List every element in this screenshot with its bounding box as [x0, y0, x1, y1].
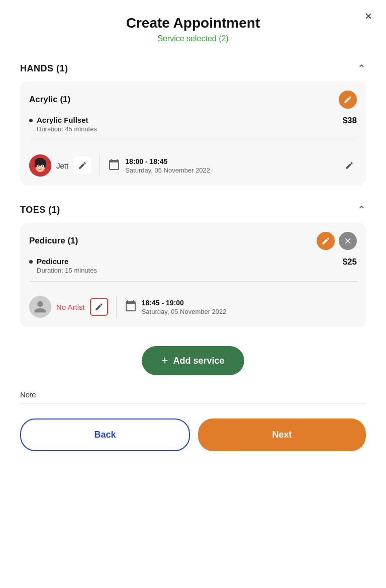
service-item-pedicure: Pedicure Duration: 15 minutes $25 [29, 257, 357, 282]
section-title-toes: TOES (1) [20, 205, 60, 215]
modal-title: Create Appointment [20, 15, 366, 31]
artist-time-divider [100, 154, 100, 177]
modal-container: × Create Appointment Service selected (2… [0, 0, 386, 588]
chevron-up-icon-toes: ⌃ [357, 204, 366, 216]
calendar-icon-pedicure [125, 300, 137, 314]
pencil-time-icon [345, 161, 354, 170]
service-item-acrylic-fullset: Acrylic Fullset Duration: 45 minutes $38 [29, 116, 357, 140]
svg-rect-4 [35, 162, 37, 167]
section-hands: HANDS (1) ⌃ Acrylic (1) [20, 53, 366, 186]
card-pedicure-header: Pedicure (1) [29, 232, 357, 250]
artist-row-pedicure: No Artist 18:45 - 19:00 Satu [29, 289, 357, 327]
artist-name-no-artist: No Artist [56, 303, 85, 311]
time-range-pedicure: 18:45 - 19:00 [142, 299, 357, 307]
card-pedicure-icons [317, 232, 357, 250]
card-pedicure-title: Pedicure (1) [29, 236, 78, 246]
time-section-pedicure: 18:45 - 19:00 Saturday, 05 November 2022 [125, 299, 357, 315]
add-service-button[interactable]: + Add service [142, 346, 245, 375]
plus-icon: + [162, 354, 168, 367]
add-service-container: + Add service [20, 336, 366, 390]
card-acrylic-title: Acrylic (1) [29, 95, 70, 105]
service-name-pedicure: Pedicure [37, 257, 97, 266]
calendar-icon-acrylic [108, 158, 120, 173]
footer-buttons: Back Next [20, 418, 366, 451]
note-section: Note [20, 390, 366, 403]
calendar-svg [108, 158, 120, 171]
section-header-toes[interactable]: TOES (1) ⌃ [20, 195, 366, 223]
artist-avatar-jett [29, 154, 51, 177]
svg-point-8 [38, 165, 39, 167]
time-info-acrylic: 18:00 - 18:45 Saturday, 05 November 2022 [125, 157, 337, 174]
time-section-acrylic: 18:00 - 18:45 Saturday, 05 November 2022 [108, 157, 357, 174]
chevron-up-icon-hands: ⌃ [357, 62, 366, 74]
card-acrylic-icons [339, 91, 357, 109]
pencil-icon [343, 95, 352, 104]
svg-point-9 [42, 165, 43, 167]
jett-avatar-svg [29, 154, 51, 177]
close-button[interactable]: × [365, 10, 372, 22]
time-info-pedicure: 18:45 - 19:00 Saturday, 05 November 2022 [142, 299, 357, 315]
card-acrylic-header: Acrylic (1) [29, 91, 357, 109]
service-duration-pedicure: Duration: 15 minutes [37, 267, 97, 274]
section-header-hands[interactable]: HANDS (1) ⌃ [20, 53, 366, 81]
service-name-acrylic: Acrylic Fullset [37, 116, 97, 124]
service-price-pedicure: $25 [343, 257, 357, 267]
calendar-pedicure-svg [125, 300, 137, 312]
service-duration-acrylic: Duration: 45 minutes [37, 125, 97, 133]
edit-artist-jett-button[interactable] [73, 156, 91, 175]
card-pedicure: Pedicure (1) [20, 223, 366, 327]
edit-acrylic-button[interactable] [339, 91, 357, 109]
add-service-label: Add service [173, 356, 224, 366]
card-acrylic: Acrylic (1) Acrylic Fullset Duration: 45… [20, 81, 366, 186]
time-date-acrylic: Saturday, 05 November 2022 [125, 166, 337, 174]
artist-row-acrylic: Jett 18:00 - 18:45 Saturday, [29, 147, 357, 186]
edit-artist-pedicure-button[interactable] [90, 298, 108, 316]
artist-avatar-placeholder [29, 296, 51, 318]
pencil-artist-pedicure-icon [94, 302, 104, 311]
bullet-dot-pedicure [29, 260, 33, 264]
bullet-dot [29, 119, 33, 122]
svg-rect-5 [44, 162, 46, 167]
service-selected-badge: Service selected (2) [20, 34, 366, 43]
back-button[interactable]: Back [20, 418, 190, 451]
note-divider [20, 403, 366, 403]
pencil-pedicure-icon [321, 236, 330, 245]
pencil-artist-icon [78, 161, 87, 170]
artist-name-jett: Jett [56, 161, 68, 170]
close-pedicure-icon [343, 236, 352, 245]
edit-pedicure-button[interactable] [317, 232, 335, 250]
section-toes: TOES (1) ⌃ Pedicure (1) [20, 195, 366, 327]
note-label: Note [20, 390, 366, 399]
edit-time-acrylic-button[interactable] [342, 158, 357, 173]
modal-header: Create Appointment Service selected (2) [20, 0, 366, 53]
time-range-acrylic: 18:00 - 18:45 [125, 157, 337, 165]
delete-pedicure-button[interactable] [339, 232, 357, 250]
person-icon [33, 300, 47, 314]
service-price-acrylic: $38 [343, 116, 357, 126]
artist-time-divider-pedicure [116, 296, 117, 318]
time-date-pedicure: Saturday, 05 November 2022 [142, 308, 357, 315]
section-title-hands: HANDS (1) [20, 63, 68, 74]
next-button[interactable]: Next [198, 418, 366, 451]
